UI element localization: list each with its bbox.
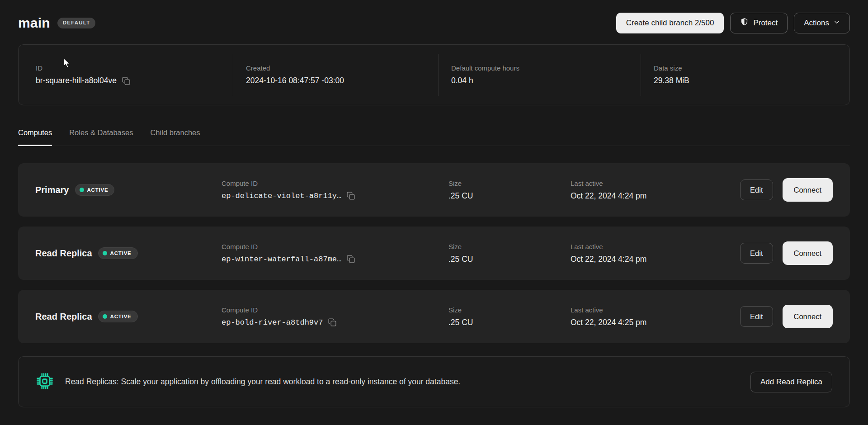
field-label: ID [36,64,233,72]
last-active-value: Oct 22, 2024 4:24 pm [571,191,740,201]
copy-icon[interactable] [328,318,337,327]
branch-id-value: br-square-hill-a8ol04ve [36,76,117,85]
compute-id-label: Compute ID [222,243,448,250]
data-size-field: Data size 29.38 MiB [641,45,849,105]
compute-hours-value: 0.04 h [451,76,641,85]
size-value: .25 CU [448,318,571,327]
shield-icon [740,18,749,28]
size-value: .25 CU [448,191,571,201]
read-replica-note-card: Read Replicas: Scale your application by… [18,356,850,407]
field-label: Default compute hours [451,64,641,72]
copy-icon[interactable] [346,255,355,264]
tab-child-branches[interactable]: Child branches [150,128,200,146]
field-label: Data size [654,64,849,72]
tab-roles-databases[interactable]: Roles & Databases [69,128,133,146]
connect-button[interactable]: Connect [783,178,833,202]
edit-button[interactable]: Edit [740,179,773,200]
read-replica-note-text: Read Replicas: Scale your application by… [65,377,460,387]
status-badge: ACTIVE [75,184,115,196]
page-header: main DEFAULT Create child branch 2/500 P… [18,0,850,44]
compute-name: Read Replica [35,248,92,259]
last-active-label: Last active [571,243,740,250]
actions-button-label: Actions [804,19,829,28]
connect-button[interactable]: Connect [783,305,833,328]
compute-row-read-replica-1: Read Replica ACTIVE Compute ID ep-winter… [18,227,850,280]
status-dot-icon [103,314,107,319]
computes-list: Primary ACTIVE Compute ID ep-delicate-vi… [18,163,850,343]
compute-id-value: ep-delicate-violet-a8r11y… [222,192,341,200]
copy-icon[interactable] [346,191,355,200]
branch-title-group: main DEFAULT [18,15,95,31]
compute-name: Primary [35,185,69,195]
last-active-value: Oct 22, 2024 4:25 pm [571,318,740,327]
branch-id-field: ID br-square-hill-a8ol04ve [19,45,233,105]
edit-button[interactable]: Edit [740,243,773,264]
status-label: ACTIVE [110,250,132,256]
size-value: .25 CU [448,255,571,264]
status-label: ACTIVE [87,187,108,193]
status-label: ACTIVE [110,314,132,319]
create-child-branch-button[interactable]: Create child branch 2/500 [616,13,724,33]
actions-button[interactable]: Actions [794,13,850,33]
size-label: Size [448,179,571,187]
last-active-label: Last active [571,306,740,314]
chip-icon [36,372,54,392]
size-label: Size [448,243,571,250]
last-active-label: Last active [571,179,740,187]
page-title: main [18,15,50,31]
compute-id-label: Compute ID [222,306,448,314]
status-badge: ACTIVE [98,247,138,259]
branch-page: main DEFAULT Create child branch 2/500 P… [0,0,868,407]
add-read-replica-button[interactable]: Add Read Replica [750,372,832,392]
tab-bar: Computes Roles & Databases Child branche… [18,128,850,146]
protect-button[interactable]: Protect [730,13,788,33]
compute-row-read-replica-2: Read Replica ACTIVE Compute ID ep-bold-r… [18,290,850,343]
copy-icon[interactable] [122,76,131,85]
connect-button[interactable]: Connect [783,241,833,265]
field-label: Created [246,64,438,72]
compute-hours-field: Default compute hours 0.04 h [439,45,641,105]
data-size-value: 29.38 MiB [654,76,849,85]
protect-button-label: Protect [753,19,778,28]
compute-row-primary: Primary ACTIVE Compute ID ep-delicate-vi… [18,163,850,217]
created-value: 2024-10-16 08:47:57 -03:00 [246,76,438,85]
compute-id-value: ep-bold-river-a8tdh9v7 [222,318,323,327]
edit-button[interactable]: Edit [740,306,773,327]
compute-id-value: ep-winter-waterfall-a87me… [222,255,341,264]
status-badge: ACTIVE [98,311,138,322]
status-dot-icon [103,251,107,255]
compute-id-label: Compute ID [222,179,448,187]
last-active-value: Oct 22, 2024 4:24 pm [571,255,740,264]
tab-computes[interactable]: Computes [18,128,52,146]
branch-info-card: ID br-square-hill-a8ol04ve Created 2024-… [18,44,850,105]
header-actions: Create child branch 2/500 Protect Action… [616,13,850,33]
size-label: Size [448,306,571,314]
default-badge: DEFAULT [57,18,96,28]
status-dot-icon [80,188,84,192]
chevron-down-icon [834,19,840,28]
compute-name: Read Replica [35,312,92,322]
created-field: Created 2024-10-16 08:47:57 -03:00 [233,45,438,105]
